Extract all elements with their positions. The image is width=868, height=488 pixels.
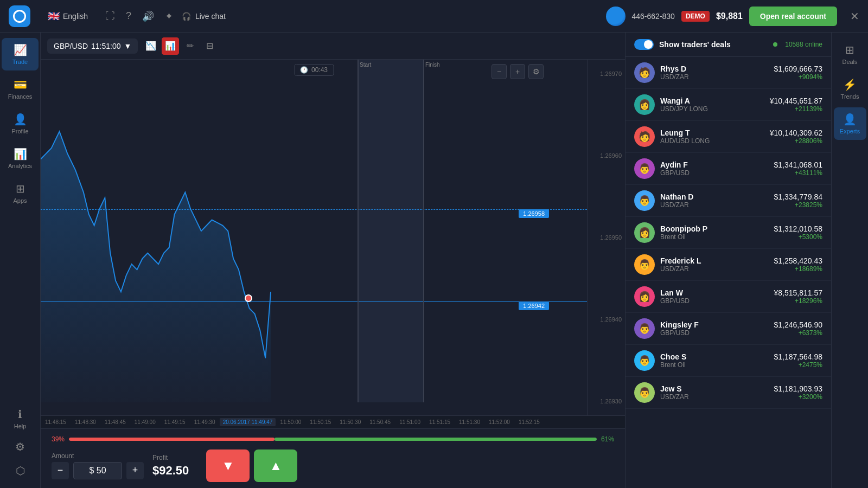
trader-name: Kingsley F	[660, 320, 768, 329]
live-chat-btn[interactable]: 🎧 Live chat	[182, 12, 226, 21]
trader-stats: $1,181,903.93 +3200%	[774, 384, 822, 401]
trade-controls: Amount − + Profit $92.50 ▼ ▲	[52, 450, 614, 482]
open-real-account-button[interactable]: Open real account	[749, 7, 837, 26]
price-axis: 1.26970 1.26960 1.26950 1.26940 1.26930	[587, 60, 625, 415]
flag-icon: 🇬🇧	[48, 10, 60, 22]
trader-amount: ¥8,515,811.57	[774, 288, 822, 297]
buy-button[interactable]: ▲	[254, 450, 297, 482]
profile-icon: 👤	[14, 113, 27, 126]
trader-row[interactable]: 👩 Boonpipob P Brent Oil $1,312,010.58 +5…	[626, 217, 831, 249]
trader-info: Frederick L USD/ZAR	[660, 256, 768, 273]
trader-pair: Brent Oil	[660, 361, 768, 369]
sidebar-item-apps[interactable]: ⊞ Apps	[2, 177, 39, 209]
amount-increase-btn[interactable]: +	[126, 462, 144, 479]
trader-pair: Brent Oil	[660, 233, 768, 241]
right-sidebar-item-experts[interactable]: 👤 Experts	[834, 107, 866, 140]
trader-pct: +5300%	[774, 233, 822, 241]
time-5: 11:49:30	[190, 419, 220, 425]
price-tick-3: 1.26950	[591, 234, 622, 241]
pair-selector[interactable]: GBP/USD 11:51:00 ▼	[47, 38, 138, 54]
trader-amount: $1,246,546.90	[774, 320, 822, 329]
sell-button[interactable]: ▼	[206, 450, 250, 482]
help-sidebar-icon: ℹ	[18, 408, 22, 421]
chart-type-candle[interactable]: 📊	[162, 37, 179, 55]
time-13: 11:51:30	[455, 419, 484, 425]
traders-panel: Show traders' deals 10588 online 🧑 Rhys …	[625, 33, 831, 488]
time-12: 11:51:15	[425, 419, 455, 425]
right-sidebar-item-deals[interactable]: ⊞ Deals	[834, 38, 866, 70]
sound-icon[interactable]: 🔊	[142, 10, 154, 22]
logo[interactable]	[9, 5, 30, 27]
traders-toggle[interactable]	[634, 39, 654, 50]
amount-label: Amount	[52, 452, 144, 460]
trader-amount: $1,181,903.93	[774, 384, 822, 393]
right-sidebar-item-trends[interactable]: ⚡ Trends	[834, 73, 866, 105]
trader-row[interactable]: 👩 Lan W GBP/USD ¥8,515,811.57 +18296%	[626, 281, 831, 313]
sidebar-label-help: Help	[14, 423, 27, 429]
trader-row[interactable]: 🧑 Rhys D USD/ZAR $1,609,666.73 +9094%	[626, 57, 831, 89]
trader-name: Leung T	[660, 129, 764, 137]
trader-row[interactable]: 👨 Nathan D USD/ZAR $1,334,779.84 +23825%	[626, 185, 831, 217]
trader-avatar: 👨	[634, 382, 655, 403]
chart-indicator-tool[interactable]: ⊟	[201, 37, 218, 55]
user-avatar	[606, 7, 626, 26]
settings-icon[interactable]: ✦	[165, 10, 173, 22]
sidebar-item-analytics[interactable]: 📊 Analytics	[2, 142, 39, 175]
trader-stats: $1,341,068.01 +43111%	[774, 160, 822, 177]
trader-row[interactable]: 👨 Frederick L USD/ZAR $1,258,420.43 +186…	[626, 249, 831, 281]
trader-row[interactable]: 🧑 Leung T AUD/USD LONG ¥10,140,309.62 +2…	[626, 121, 831, 153]
sidebar-label-analytics: Analytics	[8, 163, 32, 169]
sidebar-label-profile: Profile	[11, 128, 28, 134]
finish-line: Finish	[423, 60, 424, 402]
trader-row[interactable]: 👨 Jew S USD/ZAR $1,181,903.93 +3200%	[626, 377, 831, 409]
trader-pct: +3200%	[774, 393, 822, 401]
trader-avatar: 👩	[634, 94, 655, 115]
trader-row[interactable]: 👨 Aydin F GBP/USD $1,341,068.01 +43111%	[626, 153, 831, 185]
trader-pair: AUD/USD LONG	[660, 137, 764, 145]
sidebar-item-profile[interactable]: 👤 Profile	[2, 107, 39, 140]
sidebar-item-finances[interactable]: 💳 Finances	[2, 73, 39, 105]
chart-toolbar: GBP/USD 11:51:00 ▼ 📉 📊 ✏ ⊟	[41, 33, 625, 60]
trader-name: Nathan D	[660, 192, 768, 201]
trader-info: Wangi A USD/JPY LONG	[660, 97, 764, 113]
trader-pct: +18689%	[774, 265, 822, 273]
trader-pct: +18296%	[774, 297, 822, 305]
trader-info: Rhys D USD/ZAR	[660, 65, 768, 81]
trader-row[interactable]: 👨 Kingsley F GBP/USD $1,246,546.90 +6373…	[626, 313, 831, 345]
trade-price-badge: 1.26942	[519, 301, 549, 310]
trader-pct: +2475%	[774, 361, 822, 369]
sidebar-item-logout[interactable]: ⬡	[2, 459, 39, 483]
start-label: Start	[360, 62, 371, 68]
trader-name: Lan W	[660, 288, 768, 297]
trader-row[interactable]: 👩 Wangi A USD/JPY LONG ¥10,445,651.87 +2…	[626, 89, 831, 121]
close-icon[interactable]: ✕	[850, 10, 859, 23]
trader-pair: USD/ZAR	[660, 201, 768, 209]
chart-tools: 📉 📊 ✏ ⊟	[142, 37, 218, 55]
trader-row[interactable]: 👨 Choe S Brent Oil $1,187,564.98 +2475%	[626, 345, 831, 377]
help-icon[interactable]: ?	[126, 10, 131, 22]
sidebar-item-help[interactable]: ℹ Help	[2, 402, 39, 435]
sidebar-item-gear[interactable]: ⚙	[2, 435, 39, 459]
chart-type-line[interactable]: 📉	[142, 37, 159, 55]
sidebar-item-trade[interactable]: 📈 Trade	[2, 38, 39, 70]
language-selector[interactable]: 🇬🇧 English	[43, 8, 92, 24]
chart-main[interactable]: 🕐 00:43 Start Finish − + ⚙	[41, 60, 587, 415]
price-line-current	[41, 209, 587, 210]
trader-pair: USD/ZAR	[660, 265, 768, 273]
profit-section: Profit $92.50	[152, 454, 189, 478]
chart-svg	[41, 60, 549, 402]
chart-wrapper: 🕐 00:43 Start Finish − + ⚙	[41, 60, 625, 415]
traders-title: Show traders' deals	[659, 40, 768, 49]
amount-input[interactable]	[73, 462, 122, 479]
sidebar-bottom: ℹ Help ⚙ ⬡	[2, 402, 39, 483]
trader-amount: $1,187,564.98	[774, 352, 822, 361]
trader-pair: GBP/USD	[660, 297, 768, 305]
analytics-icon: 📊	[14, 147, 27, 160]
trader-avatar: 👩	[634, 286, 655, 307]
user-section: 446-662-830 DEMO $9,881 Open real accoun…	[606, 7, 860, 26]
fullscreen-icon[interactable]: ⛶	[105, 10, 115, 22]
amount-decrease-btn[interactable]: −	[52, 462, 69, 479]
time-bar: 11:48:15 11:48:30 11:48:45 11:49:00 11:4…	[41, 415, 625, 428]
chart-draw-tool[interactable]: ✏	[181, 37, 199, 55]
trader-amount: $1,258,420.43	[774, 256, 822, 265]
